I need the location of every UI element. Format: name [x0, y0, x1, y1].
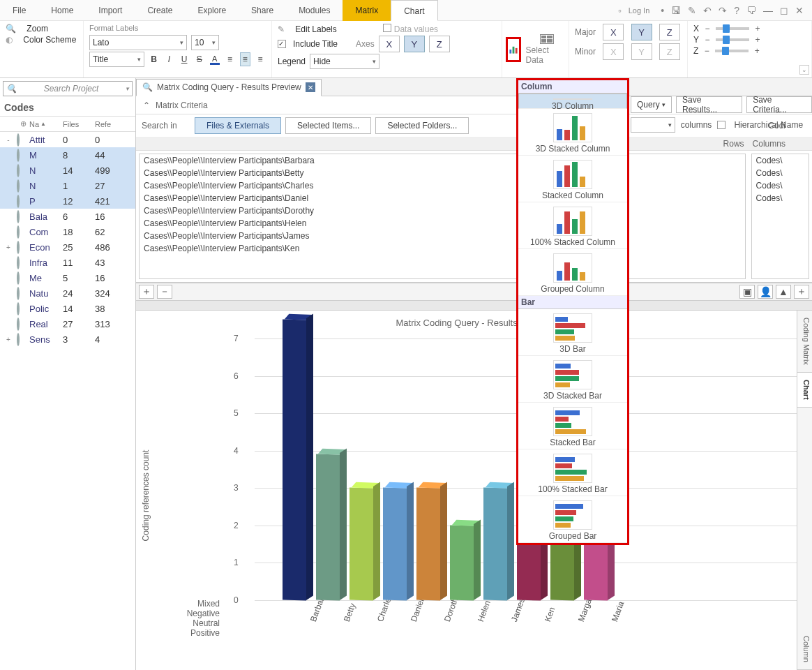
side-tab-matrix[interactable]: Coding Matrix [797, 311, 812, 373]
axis-z-toggle[interactable]: Z [429, 36, 450, 52]
menu-matrix[interactable]: Matrix [343, 0, 391, 21]
color-scheme-button[interactable]: ◐ Color Scheme [6, 35, 77, 45]
chart-type-option[interactable]: 3D Bar [518, 309, 627, 356]
code-row[interactable]: N 1 27 [0, 178, 135, 193]
search-in-selected-folders[interactable]: Selected Folders... [375, 117, 469, 134]
cols-list[interactable]: Codes\Codes\Codes\Codes\ [751, 154, 809, 279]
chart-type-option[interactable]: Grouped Column [518, 249, 627, 296]
col-item[interactable]: Codes\ [752, 179, 809, 192]
add-row-button[interactable]: ＋ [139, 285, 154, 299]
save-results-button[interactable]: Save Results... [676, 96, 742, 113]
chart-type-dropdown[interactable] [506, 37, 521, 62]
h-scrollbar[interactable] [136, 301, 812, 311]
rotate-z-minus[interactable]: − [702, 47, 711, 55]
chart-type-option[interactable]: Stacked Bar [518, 403, 627, 449]
rotate-y-slider[interactable] [716, 38, 749, 41]
rotate-z-plus[interactable]: + [753, 47, 761, 55]
rotate-x-slider[interactable] [716, 27, 749, 30]
code-row[interactable]: M 8 44 [0, 147, 135, 163]
align-right-button[interactable]: ≡ [255, 52, 266, 66]
align-left-button[interactable]: ≡ [225, 52, 236, 66]
code-row[interactable]: + Econ 25 486 [0, 239, 135, 255]
code-row[interactable]: - Attit 0 0 [0, 132, 135, 147]
zoom-button[interactable]: 🔍 Zoom [6, 24, 77, 34]
menu-share[interactable]: Share [239, 0, 286, 21]
axis-y-toggle[interactable]: Y [404, 36, 425, 52]
code-row[interactable]: Polic 14 38 [0, 301, 135, 316]
align-center-button[interactable]: ≡ [240, 52, 251, 66]
strike-button[interactable]: S [194, 52, 205, 66]
major-z[interactable]: Z [659, 24, 680, 40]
code-row[interactable]: Real 27 313 [0, 316, 135, 332]
label-level-select[interactable]: Title▾ [89, 52, 144, 67]
code-row[interactable]: Infra 11 43 [0, 255, 135, 270]
menu-create[interactable]: Create [135, 0, 185, 21]
run-query-button[interactable]: Query ▾ [631, 96, 672, 113]
minor-y[interactable]: Y [631, 43, 652, 60]
maximize-button[interactable]: ◻ [780, 5, 788, 16]
code-row[interactable]: P 12 421 [0, 193, 135, 209]
chart-type-option[interactable]: 3D Stacked Column [518, 109, 627, 156]
toolbar-btn-a[interactable]: ▣ [739, 285, 755, 299]
save-criteria-button[interactable]: Save Criteria... [746, 96, 812, 113]
side-tab-chart[interactable]: Chart [797, 373, 812, 408]
major-x[interactable]: X [603, 24, 624, 40]
underline-button[interactable]: U [179, 52, 190, 66]
login-link[interactable]: Log In [629, 6, 650, 15]
font-select[interactable]: Lato▾ [89, 35, 187, 50]
menu-chart[interactable]: Chart [391, 0, 437, 21]
row-item[interactable]: Cases\\People\\Interview Participants\Ke… [140, 242, 745, 255]
row-item[interactable]: Cases\\People\\Interview Participants\Da… [140, 192, 745, 204]
bold-button[interactable]: B [149, 52, 160, 66]
add-col-button[interactable]: ＋ [794, 285, 809, 299]
select-data-button[interactable]: Select Data [526, 34, 568, 65]
col-item[interactable]: Codes\ [752, 192, 809, 204]
row-item[interactable]: Cases\\People\\Interview Participants\Do… [140, 204, 745, 217]
undo-icon[interactable]: ↶ [703, 5, 712, 16]
toolbar-btn-b[interactable]: 👤 [758, 285, 773, 299]
ribbon-overflow-icon[interactable]: ⌄ [799, 65, 809, 75]
menu-explore[interactable]: Explore [185, 0, 239, 21]
font-color-button[interactable]: A [209, 52, 220, 66]
save-icon[interactable]: 🖫 [671, 5, 681, 16]
minor-z[interactable]: Z [659, 43, 680, 60]
rotate-y-plus[interactable]: + [753, 36, 762, 44]
help-icon[interactable]: ? [734, 5, 739, 16]
code-row[interactable]: + Sens 3 4 [0, 332, 135, 347]
rotate-x-plus[interactable]: + [753, 24, 762, 33]
code-row[interactable]: Com 18 62 [0, 224, 135, 239]
row-item[interactable]: Cases\\People\\Interview Participants\He… [140, 217, 745, 230]
menu-home[interactable]: Home [38, 0, 86, 21]
chart-type-option[interactable]: 100% Stacked Bar [518, 449, 627, 496]
search-project-input[interactable]: 🔍Search Project▾ [3, 81, 133, 96]
chart-type-option[interactable]: 100% Stacked Column [518, 202, 627, 249]
columns-select[interactable]: columns▾ [631, 117, 675, 133]
legend-select[interactable]: Hide▾ [310, 54, 379, 69]
close-tab-icon[interactable]: ✕ [306, 82, 315, 92]
redo-icon[interactable]: ↷ [719, 5, 727, 16]
doc-tab-results[interactable]: 🔍 Matrix Coding Query - Results Preview … [136, 79, 322, 96]
row-item[interactable]: Cases\\People\\Interview Participants\Ch… [140, 179, 745, 192]
italic-button[interactable]: I [164, 52, 175, 66]
close-button[interactable]: ✕ [795, 5, 804, 16]
chart-type-option[interactable]: Stacked Column [518, 156, 627, 202]
menu-modules[interactable]: Modules [286, 0, 343, 21]
col-item[interactable]: Codes\ [752, 154, 809, 167]
col-item[interactable]: Codes\ [752, 167, 809, 179]
include-title-checkbox[interactable] [278, 40, 286, 48]
remove-row-button[interactable]: － [157, 285, 172, 299]
major-y[interactable]: Y [631, 24, 652, 40]
code-row[interactable]: N 14 499 [0, 163, 135, 178]
search-in-files[interactable]: Files & Externals [195, 117, 281, 134]
minor-x[interactable]: X [603, 43, 624, 60]
minimize-button[interactable]: — [763, 5, 773, 16]
rotate-z-slider[interactable] [715, 50, 749, 52]
code-row[interactable]: Me 5 16 [0, 270, 135, 285]
row-item[interactable]: Cases\\People\\Interview Participants\Ja… [140, 230, 745, 242]
rows-list[interactable]: Cases\\People\\Interview Participants\Ba… [139, 154, 746, 279]
chart-type-option[interactable]: 3D Stacked Bar [518, 356, 627, 403]
toolbar-btn-c[interactable]: ▲ [776, 285, 791, 299]
edit-icon[interactable]: ✎ [688, 5, 696, 16]
chart-type-option[interactable]: 3D Column [518, 94, 627, 109]
edit-labels-button[interactable]: Edit Labels [295, 24, 336, 34]
